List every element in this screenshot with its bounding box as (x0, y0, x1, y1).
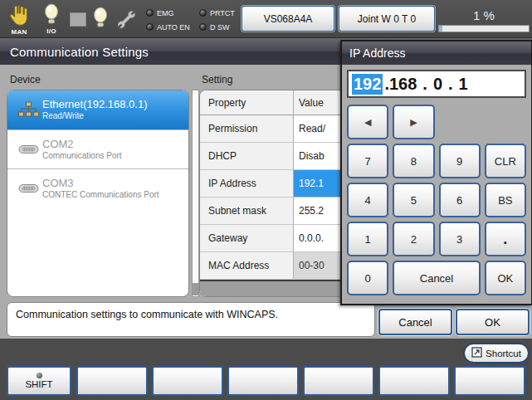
device-item[interactable]: COM3CONTEC Communications Port (7, 168, 188, 207)
lamp-indicator (92, 7, 109, 32)
key-5[interactable]: 5 (393, 183, 434, 217)
bottom-bar: Shortcut SHIFT (0, 339, 532, 400)
device-item-name: COM2 (42, 138, 122, 151)
shift-label: SHIFT (25, 379, 52, 389)
device-item-text: COM3CONTEC Communications Port (42, 177, 159, 201)
device-item-name: COM3 (42, 177, 159, 190)
hand-icon (7, 4, 32, 30)
key-ok[interactable]: OK (485, 261, 526, 295)
serial-port-icon (14, 144, 42, 155)
key-right-arrow[interactable]: ▶ (393, 105, 434, 139)
device-list: Ethernet(192.168.0.1)Read/WriteCOM2Commu… (7, 90, 189, 297)
ip-octet-selected: 192 (352, 74, 383, 95)
key-9[interactable]: 9 (439, 144, 481, 178)
property-cell: IP Address (200, 170, 293, 197)
numeric-keypad: ◀▶789CLR456BS123.0CancelOK (342, 105, 531, 295)
page-title: Communication Settings (0, 45, 149, 59)
io-indicator: I/O (43, 3, 60, 35)
function-key-row: SHIFT (0, 366, 532, 400)
status-led-emg: EMG (146, 7, 199, 19)
function-key-blank[interactable] (454, 366, 525, 396)
scrollbar-thumb[interactable] (193, 283, 198, 295)
square-indicator-icon (70, 12, 86, 27)
function-key-blank[interactable] (303, 366, 374, 396)
key-6[interactable]: 6 (439, 183, 481, 217)
key-cancel[interactable]: Cancel (393, 261, 481, 295)
led-label: PRTCT (210, 9, 235, 17)
shift-led-icon (37, 373, 42, 378)
setting-panel-label: Setting (202, 74, 232, 85)
property-cell: Subnet mask (200, 198, 293, 224)
led-icon (146, 23, 154, 31)
key-left-arrow[interactable]: ◀ (347, 105, 388, 139)
table-row-dhcp[interactable]: DHCPDisab (200, 143, 344, 170)
cancel-button[interactable]: Cancel (378, 309, 452, 335)
led-icon (199, 23, 207, 31)
device-item-sub: CONTEC Communications Port (42, 190, 159, 201)
value-cell: 192.1 (293, 170, 344, 197)
key-4[interactable]: 4 (347, 183, 388, 217)
vertical-scrollbar[interactable] (192, 90, 199, 297)
key-3[interactable]: 3 (439, 222, 481, 256)
robot-type-button[interactable]: VS068A4A (242, 6, 334, 32)
ip-octet: 0 (433, 75, 442, 94)
key-clr[interactable]: CLR (485, 144, 526, 178)
shortcut-label: Shortcut (486, 349, 521, 359)
dialog-title: IP Address (342, 46, 405, 60)
value-cell: Read/ (293, 115, 344, 142)
serial-port-icon (14, 183, 42, 194)
property-cell: DHCP (200, 143, 293, 169)
status-led-grid: EMGAUTO ENPRTCTD SW (146, 7, 252, 33)
device-item-name: Ethernet(192.168.0.1) (42, 98, 147, 111)
key-7[interactable]: 7 (347, 144, 388, 178)
table-row-mac-address[interactable]: MAC Address00-30 (200, 252, 344, 280)
table-row-permission[interactable]: PermissionRead/ (200, 115, 344, 143)
shift-button[interactable]: SHIFT (7, 366, 71, 396)
wrench-icon (118, 7, 137, 30)
device-item-sub: Communications Port (42, 151, 122, 162)
led-icon (199, 9, 207, 17)
speed-progress-fill (439, 26, 442, 32)
column-header-value: Value (293, 90, 344, 115)
key-0[interactable]: 0 (347, 261, 388, 295)
key-2[interactable]: 2 (393, 222, 434, 256)
function-key-blank[interactable] (227, 366, 299, 396)
function-key-blank[interactable] (152, 366, 223, 396)
function-key-blank[interactable] (378, 366, 450, 396)
column-header-property: Property (200, 90, 293, 115)
io-label: I/O (46, 27, 56, 35)
value-cell: 0.0.0. (293, 225, 344, 251)
ip-octet: .168 (384, 75, 417, 94)
device-item-text: COM2Communications Port (42, 138, 122, 162)
table-header-row: PropertyValue (200, 90, 344, 115)
status-led-auto-en: AUTO EN (146, 21, 199, 33)
device-item[interactable]: COM2Communications Port (7, 129, 188, 168)
key-dot[interactable]: . (485, 222, 526, 256)
speed-progress-bar (438, 25, 530, 32)
device-item[interactable]: Ethernet(192.168.0.1)Read/Write (7, 90, 188, 129)
coordinate-mode-button[interactable]: Joint W 0 T 0 (339, 6, 435, 32)
ok-button[interactable]: OK (456, 309, 530, 335)
device-panel-label: Device (10, 74, 41, 85)
teach-pendant-screen: MAN I/O (0, 0, 532, 400)
value-cell: 00-30 (293, 252, 344, 279)
function-key-blank[interactable] (76, 366, 148, 396)
table-row-subnet-mask[interactable]: Subnet mask255.2 (200, 198, 344, 225)
key-1[interactable]: 1 (347, 222, 388, 256)
key-bs[interactable]: BS (485, 183, 526, 217)
table-row-gateway[interactable]: Gateway0.0.0. (200, 225, 344, 252)
dialog-title-bar: IP Address (342, 41, 531, 65)
table-row-ip-address[interactable]: IP Address192.1 (200, 170, 344, 198)
property-cell: Gateway (200, 225, 293, 251)
setting-table: PropertyValuePermissionRead/DHCPDisabIP … (199, 90, 345, 297)
shortcut-button[interactable]: Shortcut (463, 343, 530, 363)
ip-address-input[interactable]: 192.168.0.1 (347, 70, 526, 98)
value-cell: 255.2 (293, 198, 344, 224)
horizontal-scrollbar[interactable] (200, 280, 344, 296)
status-toolbar: MAN I/O (0, 0, 532, 38)
ip-octet: 1 (459, 75, 468, 94)
key-8[interactable]: 8 (393, 144, 434, 178)
device-item-text: Ethernet(192.168.0.1)Read/Write (42, 98, 147, 122)
ip-octet: . (448, 75, 453, 94)
led-label: D SW (210, 23, 230, 32)
